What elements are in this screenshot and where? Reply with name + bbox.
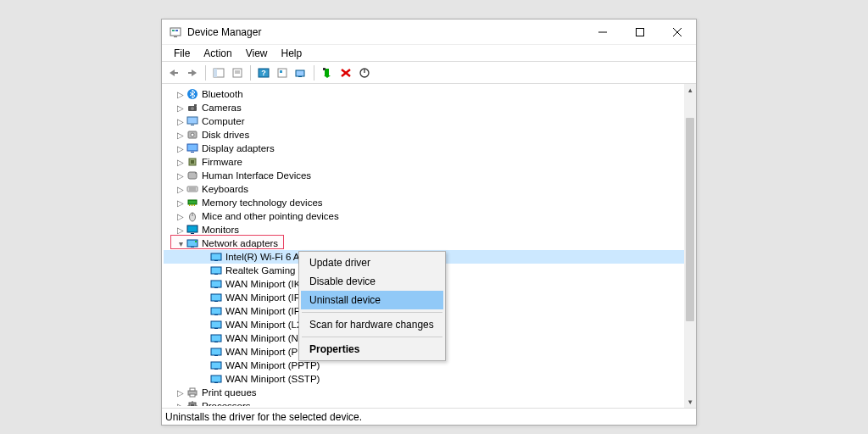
expand-icon[interactable]: ▷ xyxy=(175,402,186,407)
tree-node-wan-miniport-sstp-[interactable]: WAN Miniport (SSTP) xyxy=(164,372,684,386)
svg-rect-68 xyxy=(211,335,221,342)
maximize-button[interactable] xyxy=(621,19,659,45)
svg-text:?: ? xyxy=(261,69,266,77)
tree-node-cameras[interactable]: ▷Cameras xyxy=(164,101,684,114)
forward-button[interactable] xyxy=(184,64,201,81)
svg-point-40 xyxy=(195,172,197,174)
svg-rect-1 xyxy=(172,30,175,31)
svg-rect-11 xyxy=(214,69,217,77)
expand-icon[interactable]: ▷ xyxy=(175,212,186,221)
expand-icon[interactable]: ▷ xyxy=(175,117,186,126)
svg-rect-51 xyxy=(187,225,198,232)
scan-button[interactable] xyxy=(292,64,309,81)
context-update-driver[interactable]: Update driver xyxy=(301,253,443,272)
svg-rect-8 xyxy=(174,72,178,74)
properties-button[interactable] xyxy=(229,64,246,81)
back-button[interactable] xyxy=(165,64,182,81)
net-child-icon xyxy=(209,373,223,385)
svg-rect-18 xyxy=(280,70,282,73)
svg-rect-38 xyxy=(191,160,194,164)
close-button[interactable] xyxy=(659,19,696,45)
tree-node-label: WAN Miniport (IP) xyxy=(223,292,303,303)
svg-rect-75 xyxy=(214,382,218,383)
expand-icon[interactable]: ▷ xyxy=(175,90,186,99)
svg-rect-59 xyxy=(214,274,218,275)
expand-icon[interactable]: ▷ xyxy=(175,185,186,194)
scroll-thumb[interactable] xyxy=(686,118,694,321)
menubar: File Action View Help xyxy=(162,45,696,62)
svg-rect-46 xyxy=(191,204,192,206)
svg-rect-61 xyxy=(214,287,218,288)
svg-rect-2 xyxy=(175,30,178,31)
svg-rect-31 xyxy=(187,117,198,124)
tree-node-label: Human Interface Devices xyxy=(199,170,311,181)
svg-rect-67 xyxy=(214,328,218,329)
context-disable-device[interactable]: Disable device xyxy=(301,272,443,291)
tree-node-firmware[interactable]: ▷Firmware xyxy=(164,155,684,169)
show-hide-tree-button[interactable] xyxy=(210,64,227,81)
tree-node-bluetooth[interactable]: ▷Bluetooth xyxy=(164,87,684,101)
tree-node-computer[interactable]: ▷Computer xyxy=(164,114,684,128)
tree-node-print-queues[interactable]: ▷Print queues xyxy=(164,386,684,399)
scrollbar[interactable]: ▴ ▾ xyxy=(684,84,696,408)
minimize-button[interactable] xyxy=(584,19,621,45)
help-button[interactable]: ? xyxy=(255,64,272,81)
tree-node-keyboards[interactable]: ▷Keyboards xyxy=(164,182,684,196)
tree-node-memory-technology-devices[interactable]: ▷Memory technology devices xyxy=(164,196,684,209)
menu-help[interactable]: Help xyxy=(275,46,309,61)
status-text: Uninstalls the driver for the selected d… xyxy=(165,411,362,423)
computer-icon xyxy=(186,115,199,127)
svg-rect-30 xyxy=(194,104,197,106)
tree-node-mice-and-other-pointing-devices[interactable]: ▷Mice and other pointing devices xyxy=(164,209,684,223)
context-uninstall-device[interactable]: Uninstall device xyxy=(301,291,443,309)
svg-rect-65 xyxy=(214,314,218,315)
menu-view[interactable]: View xyxy=(239,46,275,61)
svg-rect-73 xyxy=(214,369,218,370)
printer-icon xyxy=(186,387,199,398)
expand-icon[interactable]: ▷ xyxy=(175,103,186,113)
svg-rect-72 xyxy=(211,362,221,369)
disable-button[interactable] xyxy=(356,64,373,81)
scroll-up-icon[interactable]: ▴ xyxy=(684,84,696,96)
camera-icon xyxy=(186,102,199,114)
expand-icon[interactable]: ▷ xyxy=(175,171,186,181)
expand-icon[interactable]: ▷ xyxy=(175,388,186,398)
tree-node-label: Processors xyxy=(199,401,251,406)
svg-rect-5 xyxy=(637,28,644,36)
svg-rect-70 xyxy=(211,348,221,355)
tree-node-label: Display adapters xyxy=(199,143,275,153)
menu-action[interactable]: Action xyxy=(197,46,238,61)
bluetooth-icon xyxy=(186,88,199,100)
svg-rect-60 xyxy=(211,281,221,287)
tree-node-human-interface-devices[interactable]: ▷Human Interface Devices xyxy=(164,169,684,182)
tree-node-label: Monitors xyxy=(199,225,239,235)
net-child-icon xyxy=(209,359,223,371)
tree-node-display-adapters[interactable]: ▷Display adapters xyxy=(164,142,684,155)
svg-rect-44 xyxy=(188,200,197,204)
svg-rect-22 xyxy=(323,68,326,70)
context-properties[interactable]: Properties xyxy=(301,340,443,359)
toolbar-icon-a[interactable] xyxy=(274,64,291,81)
update-driver-button[interactable] xyxy=(319,64,336,81)
tree-node-disk-drives[interactable]: ▷Disk drives xyxy=(164,128,684,142)
expand-icon[interactable]: ▷ xyxy=(175,158,186,167)
expand-icon[interactable]: ▷ xyxy=(175,225,186,235)
svg-rect-64 xyxy=(211,308,221,314)
svg-rect-63 xyxy=(214,301,218,302)
context-separator xyxy=(302,312,442,313)
window-title: Device Manager xyxy=(187,26,261,38)
net-child-icon xyxy=(209,251,223,263)
scroll-down-icon[interactable]: ▾ xyxy=(684,396,696,408)
uninstall-button[interactable] xyxy=(337,64,354,81)
tree-node-processors[interactable]: ▷Processors xyxy=(164,399,684,406)
menu-file[interactable]: File xyxy=(167,46,197,61)
monitor-icon xyxy=(186,224,199,236)
expand-icon[interactable]: ▷ xyxy=(175,131,186,140)
expand-icon[interactable]: ▷ xyxy=(175,198,186,208)
context-menu: Update driver Disable device Uninstall d… xyxy=(298,251,446,361)
expand-icon[interactable]: ▷ xyxy=(175,144,186,153)
context-separator xyxy=(302,337,442,337)
tree-node-label: Firmware xyxy=(199,157,242,167)
device-manager-window: Device Manager File Action View Help ? ▷… xyxy=(161,19,697,426)
context-scan-hardware[interactable]: Scan for hardware changes xyxy=(301,315,443,334)
